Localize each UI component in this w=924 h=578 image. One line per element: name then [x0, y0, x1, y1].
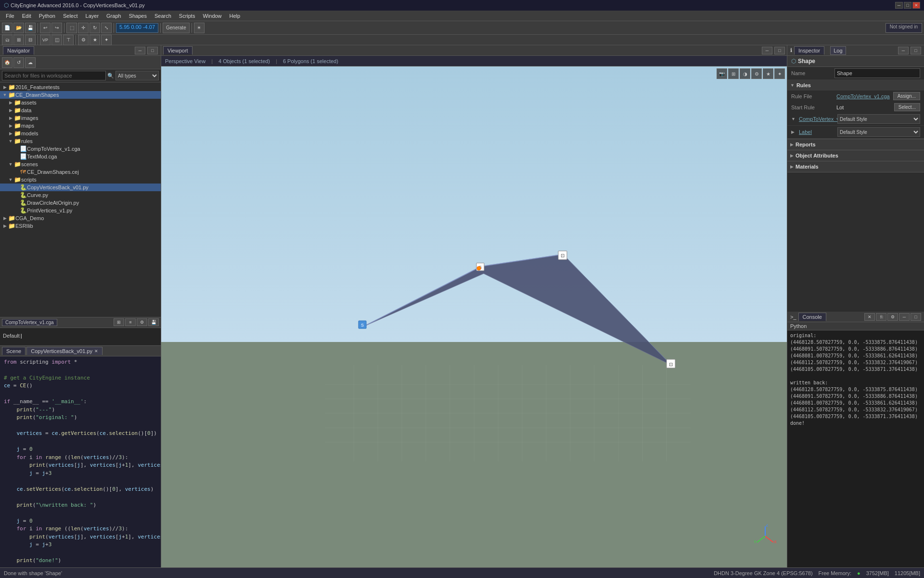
- select-button[interactable]: Select...: [894, 103, 920, 111]
- viewport-max[interactable]: □: [774, 47, 785, 54]
- menu-search[interactable]: Search: [151, 12, 175, 20]
- viewport-tab[interactable]: Viewport: [163, 46, 192, 55]
- menu-select[interactable]: Select: [59, 12, 82, 20]
- rotate-button[interactable]: ↻: [90, 23, 100, 33]
- vp-shading[interactable]: ◑: [740, 68, 750, 79]
- tree-item-data[interactable]: ▶ 📁 data: [0, 106, 161, 114]
- inspector-tab[interactable]: Inspector: [794, 46, 824, 55]
- tb2-more[interactable]: ★: [90, 35, 100, 45]
- tree-item-images[interactable]: ▶ 📁 images: [0, 114, 161, 122]
- tree-item-textmod[interactable]: 📃 TextMod.cga: [0, 153, 161, 160]
- rules-section-header[interactable]: ▼ Rules: [787, 80, 924, 91]
- tree-item-models[interactable]: ▶ 📁 models: [0, 130, 161, 137]
- undo-button[interactable]: ↩: [40, 23, 51, 33]
- type-filter-select[interactable]: All types: [116, 71, 159, 80]
- log-tab[interactable]: Log: [830, 46, 846, 55]
- search-input[interactable]: [2, 71, 106, 80]
- assign-button[interactable]: Assign...: [893, 92, 920, 100]
- rule-file-value[interactable]: CompToVertex_v1.cga: [836, 93, 891, 99]
- tree-item-curve[interactable]: 🐍 Curve.py: [0, 191, 161, 199]
- menu-shapes[interactable]: Shapes: [125, 12, 151, 20]
- viewport-min[interactable]: ─: [762, 47, 772, 54]
- tree-item-assets[interactable]: ▶ 📁 assets: [0, 99, 161, 106]
- vp-sun[interactable]: ✦: [774, 68, 785, 79]
- tree-item-maps[interactable]: ▶ 📁 maps: [0, 122, 161, 130]
- nav-refresh[interactable]: ↺: [13, 57, 24, 68]
- tree-item-featuretests[interactable]: ▶ 📁 2016_Featuretests: [0, 83, 161, 91]
- nav-cloud[interactable]: ☁: [25, 57, 36, 68]
- menu-graph[interactable]: Graph: [103, 12, 125, 20]
- nav-home[interactable]: 🏠: [2, 57, 13, 68]
- script-content[interactable]: from scripting import * # get a CityEngi…: [0, 356, 161, 578]
- script-file-tab[interactable]: CopyVerticesBack_v01.py ✕: [26, 347, 103, 355]
- comp-rule-select[interactable]: Default Style: [837, 114, 920, 124]
- close-button[interactable]: ✕: [912, 2, 920, 9]
- cga-settings[interactable]: ⚙: [137, 318, 147, 326]
- tree-item-rules[interactable]: ▼ 📁 rules: [0, 137, 161, 145]
- object-attrs-section-header[interactable]: ▶ Object Attributes: [787, 150, 924, 161]
- comp-arrow[interactable]: ▼: [791, 117, 799, 121]
- minimize-navigator[interactable]: ─: [135, 47, 145, 54]
- tb2-perspective[interactable]: ◫: [51, 35, 62, 45]
- move-button[interactable]: ✛: [78, 23, 89, 33]
- script-close-icon[interactable]: ✕: [94, 349, 98, 354]
- reports-section-header[interactable]: ▶ Reports: [787, 139, 924, 150]
- redo-button[interactable]: ↪: [51, 23, 62, 33]
- render-button[interactable]: ☀: [194, 23, 205, 33]
- console-min[interactable]: ─: [899, 313, 910, 321]
- console-copy[interactable]: ⎘: [876, 313, 886, 321]
- vp-camera[interactable]: 📷: [717, 68, 727, 79]
- tree-item-cedrawnshapes[interactable]: 🗺 CE_DrawnShapes.cej: [0, 168, 161, 176]
- label-rule-select[interactable]: Default Style: [837, 127, 920, 137]
- menu-file[interactable]: File: [2, 12, 18, 20]
- search-icon[interactable]: 🔍: [107, 73, 114, 79]
- tree-item-printvertices[interactable]: 🐍 PrintVertices_v1.py: [0, 207, 161, 214]
- label-rule-label[interactable]: Label: [799, 129, 837, 135]
- cga-grid-view[interactable]: ⊞: [114, 318, 124, 326]
- comp-rule-label[interactable]: CompToVertex_v1: [799, 116, 837, 122]
- tree-item-drawcircleatorigin[interactable]: 🐍 DrawCircleAtOrigin.py: [0, 199, 161, 207]
- tree-item-scripts[interactable]: ▼ 📁 scripts: [0, 176, 161, 184]
- tb2-settings[interactable]: ⚙: [78, 35, 89, 45]
- menu-help[interactable]: Help: [226, 12, 244, 20]
- console-settings[interactable]: ⚙: [887, 313, 898, 321]
- vp-star[interactable]: ★: [763, 68, 773, 79]
- menu-window[interactable]: Window: [199, 12, 225, 20]
- tree-item-comptovertex[interactable]: 📃 CompToVertex_v1.cga: [0, 145, 161, 153]
- console-clear[interactable]: ✕: [864, 313, 875, 321]
- maximize-button[interactable]: □: [904, 2, 911, 9]
- menu-python[interactable]: Python: [35, 12, 59, 20]
- save-button[interactable]: 💾: [25, 23, 36, 33]
- materials-section-header[interactable]: ▶ Materials: [787, 161, 924, 172]
- tree-item-esrlib[interactable]: ▶ 📁 ESRIlib: [0, 222, 161, 230]
- tb2-top[interactable]: ⊤: [63, 35, 74, 45]
- titlebar-controls[interactable]: ─ □ ✕: [895, 2, 920, 9]
- tree-item-cga-demo[interactable]: ▶ 📁 CGA_Demo: [0, 214, 161, 222]
- viewport-3d[interactable]: S ⊡ ⊡ S: [161, 66, 787, 567]
- console-tab[interactable]: Console: [798, 313, 826, 321]
- minimize-button[interactable]: ─: [895, 2, 903, 9]
- select-button[interactable]: ⬚: [66, 23, 77, 33]
- open-button[interactable]: 📂: [13, 23, 24, 33]
- menu-layer[interactable]: Layer: [82, 12, 103, 20]
- inspector-min[interactable]: ─: [898, 47, 909, 54]
- tb2-viewport-btn[interactable]: VP: [40, 35, 51, 45]
- tree-item-scenes[interactable]: ▼ 📁 scenes: [0, 160, 161, 168]
- console-max[interactable]: □: [911, 313, 921, 321]
- tb2-navigator[interactable]: 🗂: [2, 35, 13, 45]
- name-input[interactable]: [834, 68, 920, 78]
- vp-display[interactable]: ⊞: [728, 68, 739, 79]
- cga-tab[interactable]: CompToVertex_v1.cga: [2, 319, 57, 326]
- tb2-grid[interactable]: ⊟: [25, 35, 36, 45]
- cga-list-view[interactable]: ≡: [125, 318, 136, 326]
- label-arrow[interactable]: ▶: [791, 130, 799, 134]
- tb2-snap[interactable]: ⊞: [13, 35, 24, 45]
- maximize-navigator[interactable]: □: [147, 47, 158, 54]
- menu-edit[interactable]: Edit: [18, 12, 35, 20]
- menu-scripts[interactable]: Scripts: [175, 12, 199, 20]
- tb2-sun[interactable]: ✦: [101, 35, 112, 45]
- inspector-max[interactable]: □: [911, 47, 921, 54]
- tree-item-drawnshapes[interactable]: ▼ 📁 CE_DrawnShapes: [0, 91, 161, 99]
- cga-save[interactable]: 💾: [148, 318, 159, 326]
- vp-settings[interactable]: ⚙: [751, 68, 762, 79]
